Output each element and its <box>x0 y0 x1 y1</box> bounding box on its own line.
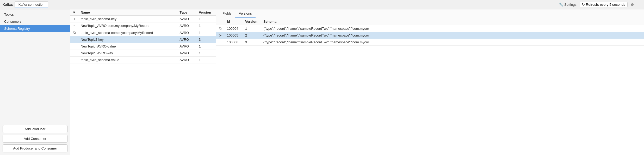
schema-name: NewTopic_AVRO-value <box>79 43 178 50</box>
refresh-button[interactable]: ↻ Refresh: every 5 seconds <box>580 2 628 7</box>
table-row[interactable]: NewTopic_AVRO-keyAVRO1 <box>70 50 216 57</box>
filter-icon[interactable]: ▼ <box>72 10 76 14</box>
sidebar-item-topics[interactable]: Topics <box>0 11 70 18</box>
sidebar-buttons: Add Producer Add Consumer Add Producer a… <box>0 122 70 155</box>
kafka-connection-tab[interactable]: Kafka connection <box>15 1 48 8</box>
row-icon <box>70 43 79 50</box>
add-consumer-button[interactable]: Add Consumer <box>3 135 67 143</box>
versions-table: Id Version Schema ⧉1000041{"type":"recor… <box>216 18 644 46</box>
schema-type: AVRO <box>177 57 197 63</box>
schema-version: 3 <box>197 36 216 43</box>
schema-version: 1 <box>197 50 216 57</box>
version-schema: {"type":"record","name":"sampleRecordTwo… <box>261 32 644 39</box>
table-row[interactable]: NewTopic_AVRO-valueAVRO1 <box>70 43 216 50</box>
schema-type: AVRO <box>177 16 197 22</box>
col-version-header: Version <box>197 9 216 16</box>
version-schema: {"type":"record","name":"sampleRecordTwo… <box>261 39 644 46</box>
schema-name: topic_avro_schema-key <box>79 16 178 22</box>
schema-type: AVRO <box>177 22 197 29</box>
schema-type: AVRO <box>177 50 197 57</box>
col-type-header: Type <box>177 9 197 16</box>
col-id-header: Id <box>224 18 243 25</box>
table-row[interactable]: −NewTopic_AVRO-com.mycompany.MyRecordAVR… <box>70 22 216 29</box>
col-schema-header: Schema <box>261 18 644 25</box>
version-id: 100005 <box>224 32 243 39</box>
tab-versions[interactable]: Versions <box>235 9 256 18</box>
col-name-header: Name <box>79 9 178 16</box>
table-row[interactable]: +topic_avro_schema-keyAVRO1 <box>70 16 216 22</box>
minimize-icon[interactable]: — <box>637 2 641 7</box>
schema-type: AVRO <box>177 29 197 36</box>
table-row[interactable]: topic_avro_schema-valueAVRO1 <box>70 57 216 63</box>
version-row-icon <box>216 39 224 46</box>
schema-type: AVRO <box>177 36 197 43</box>
right-panel: Fields Versions Id Version Schema ⧉10000… <box>216 9 644 155</box>
kafka-label: Kafka: <box>3 3 13 7</box>
sidebar-item-consumers[interactable]: Consumers <box>0 18 70 25</box>
version-number: 1 <box>243 25 261 32</box>
sidebar-item-schema-registry[interactable]: Schema Registry <box>0 25 70 32</box>
schema-name: NewTopic2-key <box>79 36 178 43</box>
row-icon <box>70 36 79 43</box>
gear-icon[interactable]: ⚙ <box>631 3 634 7</box>
table-row[interactable]: NewTopic2-keyAVRO3 <box>70 36 216 43</box>
version-id: 100004 <box>224 25 243 32</box>
schema-type: AVRO <box>177 43 197 50</box>
middle-panel: ▼ Name Type Version +topic_avro_schema-k… <box>70 9 216 155</box>
main-layout: Topics Consumers Schema Registry Add Pro… <box>0 9 644 155</box>
versions-table-wrapper: Id Version Schema ⧉1000041{"type":"recor… <box>216 18 644 155</box>
version-row-icon: ⧉ <box>216 25 224 32</box>
table-row[interactable]: ⧉topic_avro_schema-com.mycompany.MyRecor… <box>70 29 216 36</box>
version-id: 100006 <box>224 39 243 46</box>
right-tabs: Fields Versions <box>216 9 644 18</box>
row-icon <box>70 57 79 63</box>
schema-version: 1 <box>197 16 216 22</box>
schema-version: 1 <box>197 57 216 63</box>
row-icon: ⧉ <box>70 29 79 36</box>
version-number: 3 <box>243 39 261 46</box>
col-version-header-right: Version <box>243 18 261 25</box>
schema-version: 1 <box>197 43 216 50</box>
row-icon: − <box>70 22 79 29</box>
row-icon: + <box>70 16 79 22</box>
settings-button[interactable]: 🔧 Settings <box>559 3 577 7</box>
row-icon <box>70 50 79 57</box>
top-bar-left: Kafka: Kafka connection <box>3 1 48 8</box>
sidebar: Topics Consumers Schema Registry Add Pro… <box>0 9 70 155</box>
top-bar: Kafka: Kafka connection 🔧 Settings ↻ Ref… <box>0 0 644 9</box>
version-row[interactable]: 1000063{"type":"record","name":"sampleRe… <box>216 39 644 46</box>
refresh-label: Refresh: every 5 seconds <box>586 3 625 7</box>
schema-name: topic_avro_schema-com.mycompany.MyRecord <box>79 29 178 36</box>
schema-name: NewTopic_AVRO-key <box>79 50 178 57</box>
version-row[interactable]: ⧉1000041{"type":"record","name":"sampleR… <box>216 25 644 32</box>
tab-fields[interactable]: Fields <box>219 9 235 18</box>
refresh-icon: ↻ <box>582 3 585 7</box>
settings-label: Settings <box>564 3 577 7</box>
schema-version: 1 <box>197 29 216 36</box>
add-producer-consumer-button[interactable]: Add Producer and Consumer <box>3 144 67 152</box>
version-schema: {"type":"record","name":"sampleRecordTwo… <box>261 25 644 32</box>
top-bar-right: 🔧 Settings ↻ Refresh: every 5 seconds ⚙ … <box>559 2 641 7</box>
schema-name: topic_avro_schema-value <box>79 57 178 63</box>
schema-table: ▼ Name Type Version +topic_avro_schema-k… <box>70 9 216 63</box>
version-row[interactable]: ➤1000052{"type":"record","name":"sampleR… <box>216 32 644 39</box>
wrench-icon: 🔧 <box>559 3 563 7</box>
version-row-icon: ➤ <box>216 32 224 39</box>
version-number: 2 <box>243 32 261 39</box>
add-producer-button[interactable]: Add Producer <box>3 125 67 133</box>
schema-name: NewTopic_AVRO-com.mycompany.MyRecord <box>79 22 178 29</box>
schema-version: 1 <box>197 22 216 29</box>
